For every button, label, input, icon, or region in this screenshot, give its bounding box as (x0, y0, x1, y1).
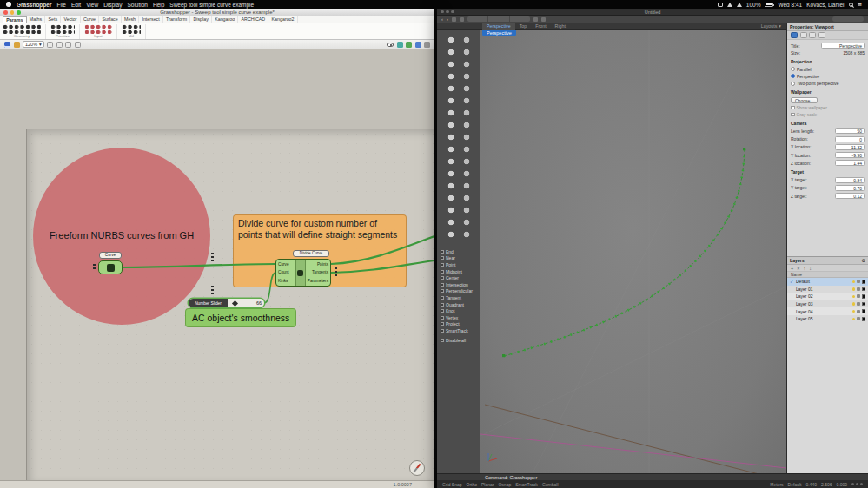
status-toggle[interactable]: Osnap (498, 482, 511, 487)
camera-field-input[interactable]: 50 (835, 128, 865, 134)
search-field[interactable] (832, 16, 864, 22)
curve-param-label[interactable]: Curve (99, 252, 122, 259)
osnap-checkbox[interactable] (441, 270, 444, 274)
toolbar-icon[interactable] (541, 17, 546, 22)
gh-tab[interactable]: ARCHICAD (238, 16, 268, 23)
show-wallpaper-checkbox[interactable] (791, 106, 795, 110)
layer-color-chip[interactable] (862, 294, 866, 299)
command-line[interactable]: Command: Grasshopper (485, 475, 537, 480)
viewport-title-tab[interactable]: Perspective (482, 30, 516, 36)
menubar-menu-item[interactable]: Display (103, 2, 122, 8)
osnap-item[interactable]: Intersection (441, 281, 478, 288)
osnap-item[interactable]: Midpoint (441, 268, 478, 275)
osnap-item[interactable]: Center (441, 274, 478, 281)
osnap-item[interactable]: Quadrant (441, 301, 478, 308)
delete-layer-icon[interactable]: × (797, 266, 799, 271)
radio-parallel[interactable] (791, 67, 795, 71)
zoom-button[interactable] (451, 10, 454, 14)
target-field-input[interactable]: 0.12 (835, 193, 865, 199)
close-button[interactable] (441, 10, 444, 14)
osnap-checkbox[interactable] (441, 309, 444, 313)
radio-two-point[interactable] (791, 82, 795, 86)
osnap-item[interactable]: Tangent (441, 294, 478, 301)
osnap-checkbox[interactable] (441, 296, 444, 300)
menubar-menu-item[interactable]: Solution (127, 2, 148, 8)
gh-tab[interactable]: Mesh (122, 16, 139, 23)
osnap-checkbox[interactable] (441, 263, 444, 267)
osnap-item[interactable]: Disable all (441, 337, 478, 344)
viewport-properties-tab[interactable] (791, 32, 798, 38)
osnap-item[interactable]: SmartTrack (441, 327, 478, 334)
camera-field-input[interactable]: -9.90 (835, 152, 865, 158)
layer-visibility-icon[interactable] (852, 310, 856, 313)
gh-tab[interactable]: Display (190, 16, 212, 23)
curve-endpoint[interactable] (743, 148, 745, 150)
status-toggle[interactable]: Ortho (467, 482, 478, 487)
layer-row[interactable]: ✓ Default (787, 278, 868, 286)
number-slider[interactable]: Number Slider 66 (189, 299, 264, 307)
palette-icons-input[interactable] (84, 24, 112, 34)
input-port[interactable]: Count (278, 270, 294, 274)
toolbar-icon[interactable] (460, 17, 464, 22)
osnap-checkbox[interactable] (441, 329, 444, 333)
osnap-item[interactable]: Vertex (441, 314, 478, 321)
wifi-icon[interactable] (737, 3, 742, 7)
menubar-clock[interactable]: Wed 8:41 (778, 2, 802, 8)
output-port[interactable]: Parameters (308, 279, 328, 283)
gh-tab[interactable]: Transform (163, 16, 190, 23)
palette-icons-geometry[interactable] (3, 24, 41, 34)
layer-row[interactable]: Layer 05 (787, 315, 868, 323)
layer-lock-icon[interactable] (857, 310, 860, 313)
gh-tab[interactable]: Surface (99, 16, 122, 23)
divide-curve-label[interactable]: Divide Curve (293, 250, 329, 257)
layouts-button[interactable]: Layouts ▾ (761, 23, 786, 29)
minimize-button[interactable] (446, 10, 449, 14)
osnap-checkbox[interactable] (441, 250, 444, 254)
display-icon[interactable] (718, 3, 723, 7)
zoom-in-icon[interactable] (47, 42, 53, 48)
battery-icon[interactable] (765, 3, 773, 7)
gh-tab[interactable]: Kangaroo2 (268, 16, 297, 23)
menubar-app-name[interactable]: Grasshopper (17, 2, 51, 8)
notification-center-icon[interactable]: ≣ (858, 1, 862, 8)
tool-palette[interactable] (443, 34, 474, 242)
viewport-tab[interactable]: Top (515, 23, 532, 30)
menubar-user[interactable]: Kovacs, Daniel (806, 2, 844, 8)
target-field-input[interactable]: 0.70 (835, 185, 865, 191)
preview-mode-icon[interactable] (397, 42, 403, 48)
slider-track[interactable]: 66 (228, 299, 264, 307)
gh-tab[interactable]: Params (3, 16, 27, 23)
spotlight-icon[interactable] (849, 3, 853, 7)
radio-perspective[interactable] (791, 74, 795, 78)
status-toggle[interactable]: Gumball (542, 482, 559, 487)
settings-icon[interactable] (424, 42, 430, 48)
osnap-checkbox[interactable] (441, 283, 444, 287)
add-layer-icon[interactable]: + (791, 266, 793, 271)
save-icon[interactable] (4, 42, 10, 48)
input-port[interactable]: Curve (278, 262, 294, 267)
toolbar-icon[interactable] (452, 17, 456, 22)
curve-param-component[interactable] (98, 260, 123, 274)
osnap-checkbox[interactable] (441, 303, 444, 307)
curve-endpoint[interactable] (502, 354, 505, 357)
layer-lock-icon[interactable] (857, 294, 860, 298)
osnap-item[interactable]: Project (441, 321, 478, 328)
viewport-tab[interactable]: Perspective (482, 23, 515, 30)
osnap-checkbox[interactable] (441, 316, 444, 320)
layer-lock-icon[interactable] (857, 302, 860, 306)
layer-visibility-icon[interactable] (852, 318, 856, 321)
shaded-preview-icon[interactable] (406, 42, 412, 48)
wallpaper-choose-button[interactable]: Choose... (791, 97, 818, 103)
layer-lock-icon[interactable] (857, 280, 860, 283)
input-port[interactable]: Kinks (278, 279, 294, 283)
layer-row[interactable]: Layer 02 (787, 293, 868, 300)
volume-icon[interactable] (727, 3, 732, 7)
menubar-menu-item[interactable]: File (56, 2, 65, 8)
osnap-item[interactable]: Point (441, 261, 478, 268)
layer-lock-icon[interactable] (857, 317, 860, 320)
preview-eye-icon[interactable] (387, 43, 394, 47)
properties-tab[interactable] (800, 32, 807, 38)
gh-tab[interactable]: Maths (27, 16, 46, 23)
open-icon[interactable] (14, 42, 20, 48)
palette-icons-util[interactable] (122, 24, 141, 34)
